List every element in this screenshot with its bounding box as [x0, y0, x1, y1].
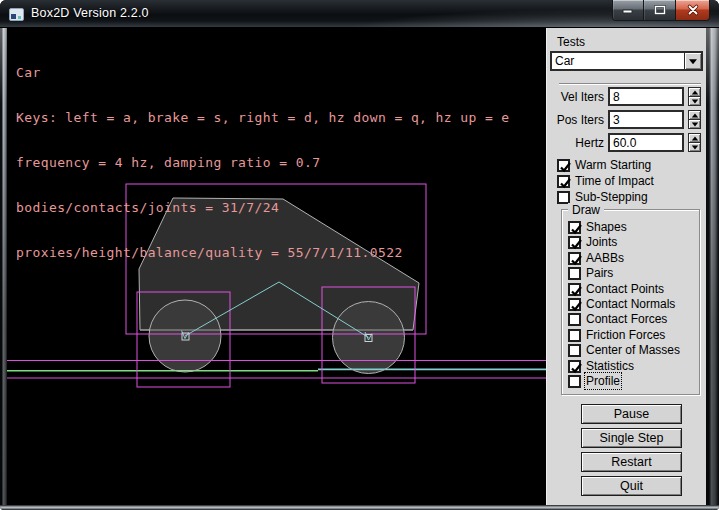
- checkbox-row-joints[interactable]: Joints: [568, 235, 617, 249]
- close-icon: [685, 2, 701, 18]
- checkbox-time-of-impact[interactable]: [557, 175, 570, 188]
- check-icon: [558, 176, 573, 191]
- window-frame-right: [706, 28, 719, 505]
- checkbox-profile[interactable]: [568, 375, 581, 388]
- pos-iters-spin-up[interactable]: [688, 110, 701, 120]
- dropdown-arrow-button[interactable]: [684, 53, 701, 69]
- tests-dropdown[interactable]: Car: [550, 51, 703, 71]
- control-panel: Tests Car Vel ItersPos ItersHertz Warm S…: [546, 28, 706, 505]
- stats-line-frequency: frequency = 4 hz, damping ratio = 0.7: [16, 155, 510, 170]
- pause-button[interactable]: Pause: [581, 404, 682, 424]
- checkbox-row-sub-stepping[interactable]: Sub-Stepping: [557, 190, 648, 204]
- checkbox-label-contact-forces: Contact Forces: [586, 312, 667, 326]
- checkbox-label-shapes: Shapes: [586, 220, 627, 234]
- pos-iters-row: Pos Iters: [547, 110, 707, 129]
- arrow-down-icon: [691, 122, 697, 126]
- checkbox-contact-normals[interactable]: [568, 298, 581, 311]
- hertz-spin-up[interactable]: [688, 133, 701, 143]
- checkbox-shapes[interactable]: [568, 221, 581, 234]
- pos-iters-spin-down[interactable]: [688, 120, 701, 129]
- quit-button[interactable]: Quit: [581, 476, 682, 496]
- checkbox-label-center-of-masses: Center of Masses: [586, 343, 680, 357]
- title-bar: Box2D Version 2.2.0: [0, 0, 719, 28]
- stats-line-proxies: proxies/height/balance/quality = 55/7/1/…: [16, 245, 510, 260]
- checkbox-sub-stepping[interactable]: [557, 191, 570, 204]
- pos-iters-label: Pos Iters: [547, 113, 604, 127]
- checkbox-center-of-masses[interactable]: [568, 344, 581, 357]
- checkbox-row-statistics[interactable]: Statistics: [568, 359, 634, 373]
- checkbox-label-friction-forces: Friction Forces: [586, 328, 665, 342]
- checkbox-row-contact-normals[interactable]: Contact Normals: [568, 297, 675, 311]
- window-frame-left: [0, 28, 7, 505]
- separator: [559, 83, 701, 85]
- check-icon: [558, 160, 573, 175]
- maximize-button[interactable]: [644, 0, 676, 21]
- hertz-spin-down[interactable]: [688, 143, 701, 152]
- simulation-canvas[interactable]: Car Keys: left = a, brake = s, right = d…: [7, 28, 546, 505]
- stats-text-block: Car Keys: left = a, brake = s, right = d…: [16, 35, 510, 290]
- arrow-up-icon: [691, 113, 697, 117]
- checkbox-row-contact-forces[interactable]: Contact Forces: [568, 312, 667, 326]
- checkbox-label-joints: Joints: [586, 235, 617, 249]
- checkbox-aabbs[interactable]: [568, 252, 581, 265]
- checkbox-row-profile[interactable]: Profile: [568, 374, 620, 388]
- hertz-input[interactable]: [608, 133, 684, 152]
- checkbox-warm-starting[interactable]: [557, 159, 570, 172]
- window-title: Box2D Version 2.2.0: [31, 6, 149, 20]
- draw-group-title: Draw: [568, 203, 604, 217]
- tests-selected-value: Car: [552, 53, 684, 69]
- vel-iters-input[interactable]: [608, 87, 684, 106]
- checkbox-label-statistics: Statistics: [586, 359, 634, 373]
- checkbox-contact-forces[interactable]: [568, 313, 581, 326]
- caption-buttons: [612, 0, 710, 21]
- checkbox-label-contact-points: Contact Points: [586, 282, 664, 296]
- vel-iters-label: Vel Iters: [547, 90, 604, 104]
- checkbox-row-pairs[interactable]: Pairs: [568, 266, 613, 280]
- pos-iters-input[interactable]: [608, 110, 684, 129]
- checkbox-row-shapes[interactable]: Shapes: [568, 220, 627, 234]
- maximize-icon: [652, 2, 668, 18]
- window-frame-bottom: [0, 505, 719, 510]
- checkbox-friction-forces[interactable]: [568, 329, 581, 342]
- minimize-icon: [620, 2, 636, 18]
- checkbox-label-profile: Profile: [586, 374, 620, 388]
- stats-line-bodies: bodies/contacts/joints = 31/7/24: [16, 200, 510, 215]
- vel-iters-spin-up[interactable]: [688, 87, 701, 97]
- app-window: Box2D Version 2.2.0: [0, 0, 719, 510]
- checkbox-contact-points[interactable]: [568, 283, 581, 296]
- draw-group-box: Draw ShapesJointsAABBsPairsContact Point…: [561, 209, 700, 395]
- hertz-label: Hertz: [547, 136, 604, 150]
- vel-iters-spin-down[interactable]: [688, 97, 701, 106]
- tests-label: Tests: [557, 35, 585, 49]
- checkbox-row-aabbs[interactable]: AABBs: [568, 251, 624, 265]
- checkbox-pairs[interactable]: [568, 267, 581, 280]
- checkbox-label-contact-normals: Contact Normals: [586, 297, 675, 311]
- checkbox-label-sub-stepping: Sub-Stepping: [575, 190, 648, 204]
- checkbox-label-aabbs: AABBs: [586, 251, 624, 265]
- checkbox-statistics[interactable]: [568, 360, 581, 373]
- checkbox-row-time-of-impact[interactable]: Time of Impact: [557, 174, 654, 188]
- checkbox-row-center-of-masses[interactable]: Center of Masses: [568, 343, 680, 357]
- restart-button[interactable]: Restart: [581, 452, 682, 472]
- stats-line-title: Car: [16, 65, 510, 80]
- checkbox-row-warm-starting[interactable]: Warm Starting: [557, 158, 651, 172]
- pos-iters-spinner: [688, 110, 701, 129]
- vel-iters-spinner: [688, 87, 701, 106]
- chevron-down-icon: [689, 59, 697, 64]
- arrow-up-icon: [691, 136, 697, 140]
- checkbox-label-pairs: Pairs: [586, 266, 613, 280]
- single-step-button[interactable]: Single Step: [581, 428, 682, 448]
- checkbox-label-time-of-impact: Time of Impact: [575, 174, 654, 188]
- checkbox-joints[interactable]: [568, 236, 581, 249]
- checkbox-label-warm-starting: Warm Starting: [575, 158, 651, 172]
- arrow-down-icon: [691, 145, 697, 149]
- minimize-button[interactable]: [612, 0, 644, 21]
- arrow-up-icon: [691, 90, 697, 94]
- arrow-down-icon: [691, 99, 697, 103]
- checkbox-row-contact-points[interactable]: Contact Points: [568, 282, 664, 296]
- application-icon: [9, 8, 24, 21]
- hertz-row: Hertz: [547, 133, 707, 152]
- stats-line-keys: Keys: left = a, brake = s, right = d, hz…: [16, 110, 510, 125]
- checkbox-row-friction-forces[interactable]: Friction Forces: [568, 328, 665, 342]
- close-button[interactable]: [676, 0, 710, 21]
